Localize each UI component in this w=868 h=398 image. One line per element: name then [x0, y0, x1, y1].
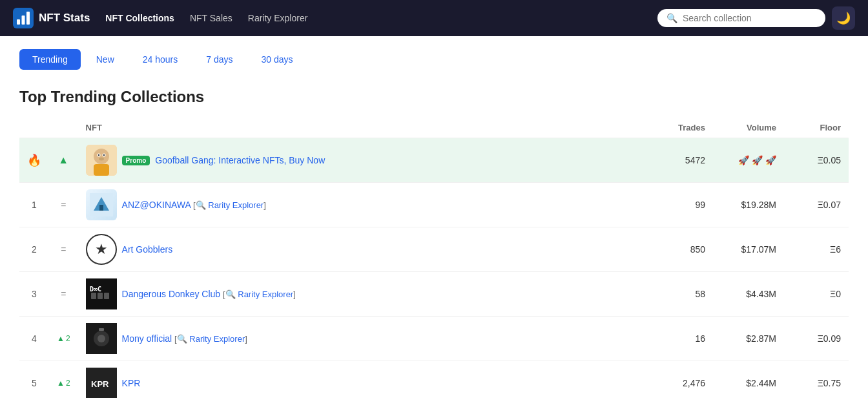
- row4-thumb: [86, 323, 117, 354]
- logo-text: NFT Stats: [39, 12, 90, 25]
- row2-nft-cell: ★ Art Gobblers: [78, 227, 648, 272]
- row2-trades: 850: [648, 227, 713, 272]
- table-row: 3 = D∞C: [19, 272, 849, 317]
- nav-rarity-explorer[interactable]: Rarity Explorer: [248, 13, 308, 23]
- row2-floor: Ξ6: [784, 227, 849, 272]
- promo-trades: 5472: [648, 138, 713, 183]
- row5-trades: 2,476: [648, 361, 713, 399]
- row1-nft-cell: ANZ@OKINAWA [🔍 Rarity Explorer]: [78, 183, 648, 227]
- logo: NFT Stats: [13, 8, 90, 28]
- nav-nft-collections[interactable]: NFT Collections: [105, 13, 174, 23]
- svg-rect-17: [91, 293, 96, 299]
- svg-rect-11: [94, 164, 109, 176]
- col-floor: Floor: [784, 118, 849, 138]
- row4-rarity-link[interactable]: 🔍 Rarity Explorer: [177, 334, 245, 344]
- svg-rect-2: [22, 16, 25, 25]
- row2-volume: $17.07M: [713, 227, 784, 272]
- up-arrow-icon: ▲: [57, 334, 65, 343]
- row5-nft-link[interactable]: KPR: [122, 378, 141, 388]
- promo-fire: 🔥: [19, 138, 49, 183]
- row3-rank: 3: [19, 272, 49, 317]
- row2-nft-link[interactable]: Art Gobblers: [122, 244, 173, 255]
- svg-point-8: [98, 154, 99, 156]
- nav-nft-sales[interactable]: NFT Sales: [190, 13, 232, 23]
- row1-rarity-link[interactable]: 🔍 Rarity Explorer: [196, 200, 264, 210]
- row3-thumb: D∞C: [86, 278, 117, 309]
- svg-rect-1: [17, 19, 20, 25]
- table-row: 2 = ★ Art Gobblers 850 $17.07M Ξ6: [19, 227, 849, 272]
- row4-rank: 4: [19, 317, 49, 361]
- row1-thumb: [86, 189, 117, 220]
- col-nft: NFT: [78, 118, 648, 138]
- svg-point-5: [94, 149, 109, 164]
- table-row: 1 = ANZ@OKINAWA [🔍 Rar: [19, 183, 849, 227]
- row4-nft-cell: Mony official [🔍 Rarity Explorer]: [78, 317, 648, 361]
- tab-7days[interactable]: 7 days: [193, 49, 245, 70]
- row3-rarity-link[interactable]: 🔍 Rarity Explorer: [225, 289, 294, 299]
- row4-volume: $2.87M: [713, 317, 784, 361]
- logo-icon: [13, 8, 34, 28]
- table-row: 5 ▲2 KPR KPR: [19, 361, 849, 399]
- row3-change: =: [49, 272, 78, 317]
- promo-badge: Promo: [122, 156, 150, 165]
- svg-point-9: [103, 154, 104, 156]
- main-content: Trending New 24 hours 7 days 30 days Top…: [0, 36, 868, 398]
- svg-rect-14: [99, 205, 103, 211]
- row4-trades: 16: [648, 317, 713, 361]
- moon-icon: 🌙: [836, 11, 851, 25]
- promo-nft-cell: Promo Goofball Gang: Interactive NFTs, B…: [78, 138, 648, 183]
- rocket-icon-1: 🚀: [738, 155, 749, 165]
- up-arrow-icon: ▲: [57, 379, 65, 388]
- svg-text:D∞C: D∞C: [90, 286, 101, 293]
- search-area: 🔍 🌙: [657, 6, 855, 30]
- row1-rank: 1: [19, 183, 49, 227]
- navbar: NFT Stats NFT Collections NFT Sales Rari…: [0, 0, 868, 36]
- col-trades: Trades: [648, 118, 713, 138]
- svg-text:KPR: KPR: [91, 379, 109, 389]
- rocket-icon-2: 🚀: [752, 155, 763, 165]
- search-input[interactable]: [683, 13, 816, 23]
- svg-rect-19: [104, 293, 109, 299]
- search-box: 🔍: [657, 9, 825, 27]
- promo-floor: Ξ0.05: [784, 138, 849, 183]
- row3-trades: 58: [648, 272, 713, 317]
- row1-name-wrap: ANZ@OKINAWA [🔍 Rarity Explorer]: [122, 200, 266, 210]
- row3-volume: $4.43M: [713, 272, 784, 317]
- tab-24hours[interactable]: 24 hours: [130, 49, 191, 70]
- search-icon: 🔍: [666, 13, 677, 23]
- row1-change: =: [49, 183, 78, 227]
- rocket-icon-3: 🚀: [765, 155, 776, 165]
- dark-mode-button[interactable]: 🌙: [832, 6, 855, 30]
- row4-change-indicator: ▲2: [57, 334, 70, 343]
- row1-trades: 99: [648, 183, 713, 227]
- tab-30days[interactable]: 30 days: [249, 49, 306, 70]
- promo-arrow: ▲: [49, 138, 78, 183]
- col-volume: Volume: [713, 118, 784, 138]
- tab-trending[interactable]: Trending: [19, 49, 81, 70]
- rocket-icons: 🚀 🚀 🚀: [721, 155, 776, 165]
- row3-name-wrap: Dangerous Donkey Club [🔍 Rarity Explorer…: [122, 289, 296, 299]
- svg-rect-18: [98, 293, 103, 299]
- nft-table: NFT Trades Volume Floor 🔥 ▲: [19, 118, 849, 398]
- row4-name-wrap: Mony official [🔍 Rarity Explorer]: [122, 333, 247, 344]
- row5-change: ▲2: [49, 361, 78, 399]
- svg-rect-3: [26, 12, 30, 25]
- svg-point-10: [99, 158, 104, 161]
- svg-point-22: [98, 335, 105, 342]
- row1-nft-link[interactable]: ANZ@OKINAWA: [122, 200, 191, 210]
- tab-new[interactable]: New: [83, 49, 127, 70]
- row1-volume: $19.28M: [713, 183, 784, 227]
- row2-rank: 2: [19, 227, 49, 272]
- row5-floor: Ξ0.75: [784, 361, 849, 399]
- row5-thumb: KPR: [86, 368, 117, 398]
- row3-nft-link[interactable]: Dangerous Donkey Club: [122, 289, 221, 299]
- nav-links: NFT Collections NFT Sales Rarity Explore…: [105, 13, 307, 23]
- row4-nft-link[interactable]: Mony official: [122, 333, 172, 344]
- row4-change: ▲2: [49, 317, 78, 361]
- row4-floor: Ξ0.09: [784, 317, 849, 361]
- promo-thumb: [86, 145, 117, 176]
- row5-change-indicator: ▲2: [57, 379, 70, 388]
- tabs: Trending New 24 hours 7 days 30 days: [19, 49, 849, 70]
- promo-volume: 🚀 🚀 🚀: [713, 138, 784, 183]
- promo-nft-link[interactable]: Goofball Gang: Interactive NFTs, Buy Now: [155, 155, 325, 165]
